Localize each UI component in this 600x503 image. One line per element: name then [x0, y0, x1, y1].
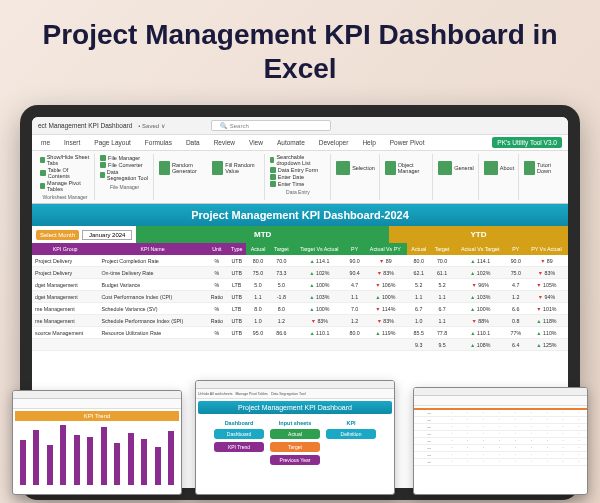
col-header-ytd: PY Vs Actual [525, 243, 568, 255]
ribbon-item-label: Enter Date [278, 174, 304, 180]
dashboard-title: Project Management KPI Dashboard-2024 [32, 204, 568, 226]
select-month-label: Select Month [36, 230, 79, 240]
mini-ribbon-item[interactable]: Unhide All worksheets [198, 392, 232, 396]
ribbon-item[interactable]: Data Segregation Tool [100, 169, 149, 181]
mini-ribbon-item[interactable]: Data Segregation Tool [271, 392, 306, 396]
mini-ribbon [414, 396, 587, 406]
ribbon-item[interactable]: Enter Time [270, 181, 326, 187]
ribbon-icon [524, 161, 535, 175]
col-header: Unit [207, 243, 227, 255]
ribbon-item[interactable]: Selection [336, 161, 375, 175]
nav-button[interactable]: Actual [270, 429, 320, 439]
ribbon-icon [159, 161, 170, 175]
search-input[interactable]: 🔍 Search [211, 120, 331, 131]
ytd-header: YTD [389, 226, 568, 243]
ribbon-tab[interactable]: Developer [316, 137, 352, 148]
ribbon-item[interactable]: Fill Random Value [212, 161, 259, 175]
col-header-ytd: Actual [407, 243, 430, 255]
utility-tool-tab[interactable]: PK's Utility Tool V3.0 [492, 137, 562, 148]
nav-button[interactable]: Previous Year [270, 455, 320, 465]
ribbon-item-label: Tutori Down [537, 162, 560, 174]
ribbon-tab[interactable]: Data [183, 137, 203, 148]
ribbon-item[interactable]: Object Manager [385, 161, 428, 175]
ribbon-tabs: meInsertPage LayoutFormulasDataReviewVie… [32, 135, 568, 151]
chart-bar [155, 447, 161, 485]
kpi-row: Project DeliveryProject Completion Rate%… [32, 255, 568, 267]
col-header-ytd: PY [507, 243, 525, 255]
nav-columns: DashboardDashboardKPI TrendInput sheetsA… [196, 416, 394, 469]
ribbon-item[interactable]: Enter Date [270, 174, 326, 180]
ribbon-icon [270, 167, 276, 173]
title-bar: ect Management KPI Dashboard • Saved ∨ 🔍… [32, 117, 568, 135]
ribbon-icon [336, 161, 350, 175]
hero-title: Project Management KPI Dashboard in Exce… [0, 0, 600, 95]
col-header-ytd: Actual Vs Target [454, 243, 507, 255]
ribbon-item[interactable]: Show/Hide Sheet Tabs [40, 154, 90, 166]
col-header-mtd: Target Vs Actual [293, 243, 346, 255]
col-header-mtd: PY [346, 243, 364, 255]
kpi-row: dget ManagementCost Performance Index (C… [32, 291, 568, 303]
ribbon-tab[interactable]: me [38, 137, 53, 148]
ribbon-tab[interactable]: View [246, 137, 266, 148]
ribbon-icon [438, 161, 452, 175]
chart-bar [168, 431, 174, 485]
ribbon-item[interactable]: File Manager [100, 155, 149, 161]
ribbon-tab[interactable]: Formulas [142, 137, 175, 148]
mtd-header: MTD [136, 226, 388, 243]
ribbon-item[interactable]: General [438, 161, 474, 175]
ribbon-item-label: About [500, 165, 514, 171]
chart-bar [141, 439, 147, 485]
kpi-row: me ManagementSchedule Variance (SV)%LTB … [32, 303, 568, 315]
search-placeholder: Search [230, 123, 249, 129]
month-dropdown[interactable]: January 2024 [82, 230, 132, 240]
ribbon-item[interactable]: Manage Pivot Tables [40, 180, 90, 192]
ribbon-item-label: Data Segregation Tool [107, 169, 149, 181]
ribbon-item[interactable]: Searchable dropdown List [270, 154, 326, 166]
col-header-mtd: Actual Vs PY [364, 243, 408, 255]
ribbon-item-label: Searchable dropdown List [276, 154, 326, 166]
ribbon-tab[interactable]: Page Layout [91, 137, 134, 148]
ribbon-item-label: Table Of Contents [48, 167, 90, 179]
ribbon-tab[interactable]: Insert [61, 137, 83, 148]
col-header: Type [227, 243, 246, 255]
col-header: KPI Name [98, 243, 206, 255]
nav-button[interactable]: KPI Trend [214, 442, 264, 452]
ribbon-icon [385, 161, 396, 175]
ribbon-item[interactable]: Tutori Down [524, 161, 560, 175]
ribbon-icon [100, 172, 105, 178]
nav-button[interactable]: Definition [326, 429, 376, 439]
ribbon-item[interactable]: Table Of Contents [40, 167, 90, 179]
ribbon-item[interactable]: Random Generator [159, 161, 208, 175]
ribbon-icon [270, 174, 276, 180]
ribbon-tab[interactable]: Power Pivot [387, 137, 428, 148]
kpi-row: 9.39.5▲ 108%6.4▲ 125% [32, 339, 568, 351]
ribbon-tab[interactable]: Help [359, 137, 378, 148]
mini-titlebar [13, 391, 181, 399]
kpi-row: dget ManagementBudget Variance%LTB 5.05.… [32, 279, 568, 291]
document-name: ect Management KPI Dashboard [38, 122, 132, 129]
ribbon-tab[interactable]: Review [211, 137, 238, 148]
nav-col-header: KPI [346, 420, 355, 426]
nav-button[interactable]: Dashboard [214, 429, 264, 439]
save-status[interactable]: • Saved ∨ [138, 122, 164, 129]
ribbon-item[interactable]: File Converter [100, 162, 149, 168]
search-icon: 🔍 [220, 122, 227, 129]
nav-title: Project Management KPI Dashboard [198, 401, 392, 414]
mini-ribbon-item[interactable]: Manage Pivot Tables [235, 392, 267, 396]
kpi-row: source ManagementResource Utilization Ra… [32, 327, 568, 339]
ribbon-item-label: File Manager [108, 155, 140, 161]
ribbon-item-label: Manage Pivot Tables [47, 180, 90, 192]
dashboard-controls: Select Month January 2024 MTD YTD [32, 226, 568, 243]
ribbon-item[interactable]: About [484, 161, 514, 175]
mini-titlebar [196, 381, 394, 389]
col-header-mtd: Actual [246, 243, 269, 255]
ribbon-tab[interactable]: Automate [274, 137, 308, 148]
ribbon-item[interactable]: Data Entry Form [270, 167, 326, 173]
mini-window-table: —·········—·········—·········—·········… [413, 387, 588, 495]
kpi-row: me ManagementSchedule Performance Index … [32, 315, 568, 327]
nav-button[interactable]: Target [270, 442, 320, 452]
ribbon-item-label: Enter Time [278, 181, 305, 187]
kpi-trend-chart [13, 423, 181, 487]
kpi-trend-title: KPI Trend [15, 411, 179, 421]
col-header: KPI Group [32, 243, 98, 255]
